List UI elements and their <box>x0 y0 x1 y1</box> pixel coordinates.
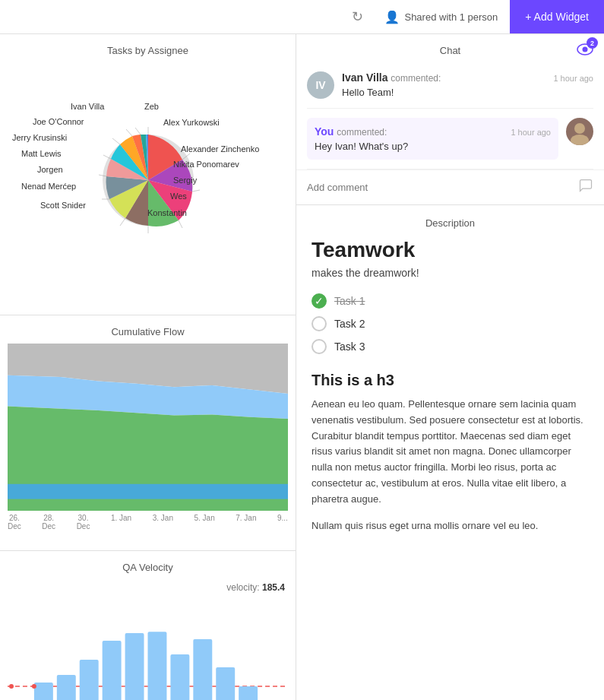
left-column: Tasks by Assignee <box>0 34 296 700</box>
description-label: Description <box>311 217 589 229</box>
topbar-right: ↻ 👤 Shared with 1 person + Add Widget <box>343 0 604 33</box>
add-widget-button[interactable]: + Add Widget <box>510 0 604 33</box>
svg-rect-27 <box>216 667 235 700</box>
flow-x-label-6: 5. Jan <box>194 514 214 531</box>
chat-msg-body-1: Ivan Villa commented: 1 hour ago Hello T… <box>342 71 593 99</box>
flow-x-label-3: 30.Dec <box>77 514 90 531</box>
chat-avatar-ivan: IV <box>307 71 334 99</box>
chat-text-1: Hello Team! <box>342 87 593 98</box>
velocity-value: 185.4 <box>262 582 285 593</box>
flow-x-label-7: 7. Jan <box>236 514 256 531</box>
flow-svg <box>8 344 288 511</box>
task-text-3: Task 3 <box>334 340 365 353</box>
pie-label-scott: Scott Snider <box>40 201 86 210</box>
pie-label-jorgen: Jorgen <box>37 165 63 174</box>
description-body-2: Nullam quis risus eget urna mollis ornar… <box>311 518 589 534</box>
pie-chart-svg <box>91 123 205 237</box>
svg-rect-21 <box>80 660 99 700</box>
task-text-1: Task 1 <box>334 295 365 307</box>
cumulative-flow-title: Cumulative Flow <box>0 315 296 344</box>
svg-rect-16 <box>8 484 288 499</box>
description-panel: Description Teamwork makes the dreamwork… <box>296 205 604 700</box>
pie-chart-container: Ivan Villa Zeb Joe O'Connor Alex Yurkows… <box>0 62 296 298</box>
task-check-1[interactable]: ✓ <box>311 293 327 309</box>
svg-line-6 <box>120 218 125 226</box>
chat-sender-name-2: You <box>315 125 334 138</box>
refresh-button[interactable]: ↻ <box>343 0 372 33</box>
svg-line-10 <box>112 138 120 144</box>
svg-line-3 <box>192 190 200 192</box>
chat-msg-header-2: You commented: 1 hour ago <box>315 125 551 138</box>
pie-label-ivan: Ivan Villa <box>71 102 104 111</box>
chat-sender-1: Ivan Villa commented: <box>342 71 441 84</box>
right-column: Chat 2 IV <box>296 34 604 700</box>
svg-point-30 <box>9 684 14 689</box>
velocity-chart <box>8 599 288 700</box>
svg-rect-25 <box>170 654 189 700</box>
task-item-3: Task 3 <box>311 335 589 358</box>
svg-line-4 <box>179 220 182 228</box>
pie-label-jerry: Jerry Krusinski <box>12 133 67 142</box>
flow-x-label-5: 3. Jan <box>153 514 173 531</box>
eye-badge-wrap: 2 <box>577 42 593 59</box>
task-list: ✓ Task 1 Task 2 Task 3 <box>311 290 589 358</box>
chat-time-2: 1 hour ago <box>511 128 551 137</box>
chat-sender-2: You commented: <box>315 125 387 138</box>
chat-input[interactable] <box>307 182 572 193</box>
description-title: Teamwork <box>311 238 589 262</box>
task-item-2: Task 2 <box>311 312 589 335</box>
shared-button[interactable]: 👤 Shared with 1 person <box>372 0 510 33</box>
svg-point-35 <box>571 135 589 145</box>
svg-point-33 <box>583 47 588 52</box>
chat-send-button[interactable] <box>578 178 593 197</box>
description-body-1: Aenean eu leo quam. Pellentesque ornare … <box>311 397 589 508</box>
you-avatar-svg <box>566 118 593 145</box>
bar-chart-svg <box>8 599 288 700</box>
svg-rect-20 <box>57 675 76 700</box>
task-text-2: Task 2 <box>334 318 365 330</box>
pie-label-zeb: Zeb <box>144 102 159 111</box>
flow-x-axis: 26.Dec 28.Dec 30.Dec 1. Jan 3. Jan 5. Ja… <box>0 511 296 531</box>
chat-time-1: 1 hour ago <box>553 74 593 83</box>
chat-action-1: commented: <box>391 73 441 84</box>
svg-rect-28 <box>239 686 258 700</box>
description-subtitle: makes the dreamwork! <box>311 267 589 279</box>
cumulative-flow-panel: Cumulative Flow 26.Dec 28.Dec 30.Dec 1. … <box>0 315 296 551</box>
chat-action-2: commented: <box>337 127 387 138</box>
chat-input-row <box>296 169 604 204</box>
topbar: ↻ 👤 Shared with 1 person + Add Widget <box>0 0 604 34</box>
task-check-3[interactable] <box>311 339 327 354</box>
velocity-header: velocity: 185.4 <box>0 579 296 593</box>
flow-x-label-8: 9... <box>277 514 288 531</box>
velocity-stat: velocity: 185.4 <box>226 582 285 593</box>
shared-label: Shared with 1 person <box>404 11 498 23</box>
chat-message-2: You commented: 1 hour ago Hey Ivan! What… <box>307 109 593 169</box>
chat-text-2: Hey Ivan! What's up? <box>315 141 551 152</box>
comment-icon <box>578 178 593 193</box>
svg-rect-26 <box>193 639 212 700</box>
chat-message-1: IV Ivan Villa commented: 1 hour ago Hell… <box>307 62 593 109</box>
pie-chart-panel: Tasks by Assignee <box>0 34 296 315</box>
cumulative-flow-chart <box>8 344 288 511</box>
description-h3: This is a h3 <box>311 372 589 389</box>
person-icon: 👤 <box>384 10 400 24</box>
svg-rect-23 <box>125 633 144 700</box>
flow-x-label-2: 28.Dec <box>42 514 55 531</box>
pie-label-nenad: Nenad Merćep <box>21 182 76 191</box>
chat-msg-header-1: Ivan Villa commented: 1 hour ago <box>342 71 593 84</box>
eye-button[interactable]: 2 <box>577 42 593 59</box>
pie-label-matt: Matt Lewis <box>21 149 62 158</box>
chat-messages: IV Ivan Villa commented: 1 hour ago Hell… <box>296 62 604 169</box>
task-check-2[interactable] <box>311 316 327 331</box>
svg-line-11 <box>126 129 132 136</box>
chat-title-row: Chat 2 <box>296 34 604 62</box>
qa-velocity-title: QA Velocity <box>0 551 296 579</box>
chat-sender-name-1: Ivan Villa <box>342 71 387 84</box>
flow-x-label-1: 26.Dec <box>8 514 21 531</box>
velocity-text: velocity: <box>226 582 259 593</box>
svg-line-12 <box>135 128 141 135</box>
eye-badge: 2 <box>587 37 598 49</box>
chat-title: Chat <box>440 45 460 56</box>
pie-label-joe: Joe O'Connor <box>33 117 84 126</box>
pie-chart-title: Tasks by Assignee <box>0 34 296 62</box>
